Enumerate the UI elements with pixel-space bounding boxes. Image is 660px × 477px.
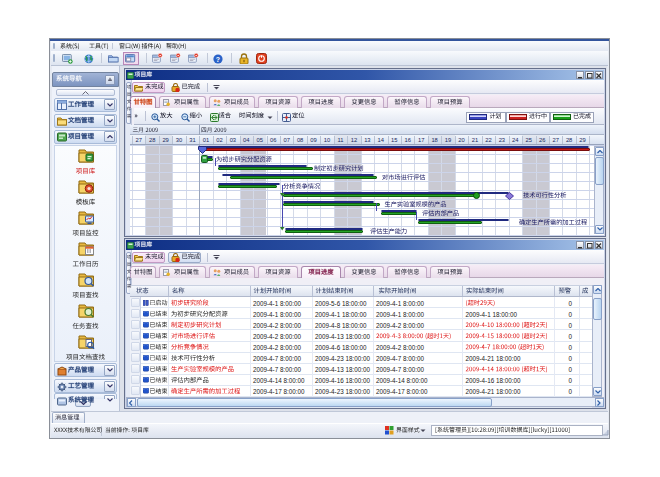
svg-text:?: ? — [216, 55, 220, 62]
